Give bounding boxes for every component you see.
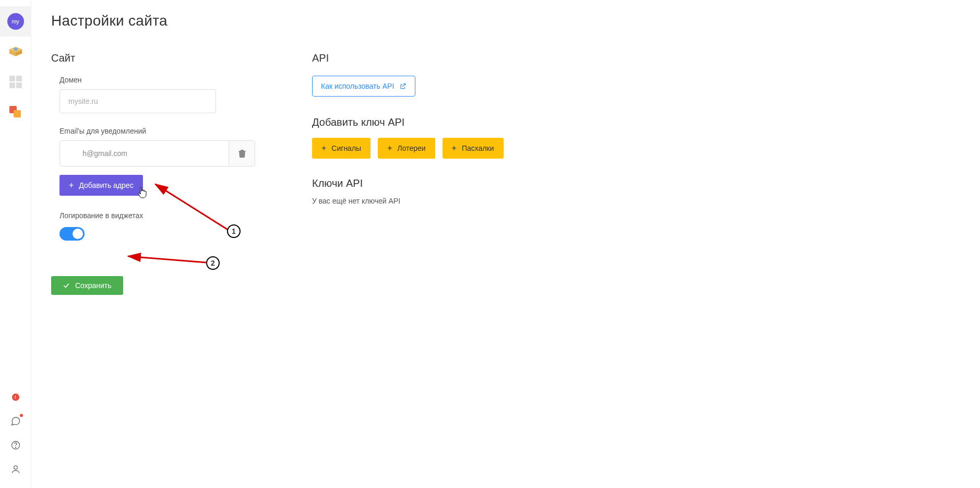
- api-howto-label: Как использовать API: [321, 82, 394, 90]
- save-label: Сохранить: [75, 281, 112, 290]
- api-keys-empty-text: У вас ещё нет ключей API: [312, 197, 504, 205]
- chat-badge: [20, 414, 23, 417]
- svg-rect-3: [14, 48, 17, 51]
- logging-label: Логирование в виджетах: [59, 211, 312, 220]
- easter-label: Пасхалки: [462, 144, 494, 152]
- api-column: API Как использовать API Добавить ключ A…: [312, 52, 504, 295]
- plus-icon: +: [452, 144, 457, 153]
- sidebar-item-dashboard[interactable]: [0, 37, 31, 67]
- annotation-circle-2: 2: [206, 256, 220, 270]
- svg-point-6: [14, 466, 17, 469]
- chat-button[interactable]: [9, 415, 22, 427]
- save-button[interactable]: Сохранить: [51, 276, 123, 295]
- email-input[interactable]: [60, 141, 229, 166]
- alert-icon: [12, 394, 19, 401]
- add-easter-key-button[interactable]: + Пасхалки: [443, 138, 504, 159]
- columns: Сайт Домен Email'ы для уведомлений + Доб…: [51, 52, 960, 295]
- plus-icon: +: [321, 144, 326, 153]
- delete-email-button[interactable]: [229, 141, 255, 166]
- sidebar-avatar-item[interactable]: my: [0, 6, 31, 37]
- sidebar-item-lists[interactable]: [0, 67, 31, 97]
- annotation-circle-1: 1: [227, 224, 241, 238]
- emails-label: Email'ы для уведомлений: [59, 127, 312, 135]
- chat-icon: [10, 416, 21, 426]
- sidebar-bottom: [9, 391, 22, 488]
- site-section-title: Сайт: [51, 52, 312, 64]
- add-address-button[interactable]: + Добавить адрес: [59, 175, 143, 196]
- trash-icon: [238, 149, 246, 158]
- main-content: Настройки сайта Сайт Домен Email'ы для у…: [31, 0, 980, 488]
- avatar: my: [7, 13, 24, 30]
- signals-label: Сигналы: [331, 144, 361, 152]
- domain-label: Домен: [59, 76, 312, 84]
- user-icon: [10, 464, 21, 474]
- domain-input[interactable]: [59, 89, 216, 113]
- add-lotteries-key-button[interactable]: + Лотереи: [378, 138, 435, 159]
- help-button[interactable]: [9, 439, 22, 451]
- api-section-title: API: [312, 52, 504, 64]
- domain-group: Домен: [51, 76, 312, 113]
- site-settings-column: Сайт Домен Email'ы для уведомлений + Доб…: [51, 52, 312, 295]
- toggle-knob: [73, 229, 83, 239]
- sidebar-top: my: [0, 0, 31, 127]
- external-link-icon: [399, 82, 407, 90]
- logging-group: Логирование в виджетах: [51, 211, 312, 241]
- alerts-button[interactable]: [9, 391, 22, 403]
- api-add-key-title: Добавить ключ API: [312, 116, 504, 128]
- box-icon: [8, 46, 23, 57]
- help-icon: [10, 440, 21, 450]
- plus-icon: +: [387, 144, 392, 153]
- page-title: Настройки сайта: [51, 13, 960, 29]
- sidebar: my: [0, 0, 31, 488]
- api-howto-button[interactable]: Как использовать API: [312, 76, 415, 97]
- logging-toggle[interactable]: [59, 227, 85, 241]
- add-address-label: Добавить адрес: [79, 181, 133, 189]
- svg-point-5: [15, 447, 16, 448]
- check-icon: [63, 282, 70, 289]
- api-keys-title: Ключи API: [312, 177, 504, 189]
- lotteries-label: Лотереи: [397, 144, 425, 152]
- add-signals-key-button[interactable]: + Сигналы: [312, 138, 371, 159]
- emails-group: Email'ы для уведомлений + Добавить адрес: [51, 127, 312, 196]
- profile-button[interactable]: [9, 463, 22, 475]
- plus-icon: +: [69, 181, 74, 190]
- sidebar-item-widgets[interactable]: [0, 97, 31, 127]
- api-key-type-row: + Сигналы + Лотереи + Пасхалки: [312, 138, 504, 159]
- grid-icon: [9, 76, 22, 88]
- widgets-icon: [9, 106, 22, 118]
- email-row: [59, 140, 255, 166]
